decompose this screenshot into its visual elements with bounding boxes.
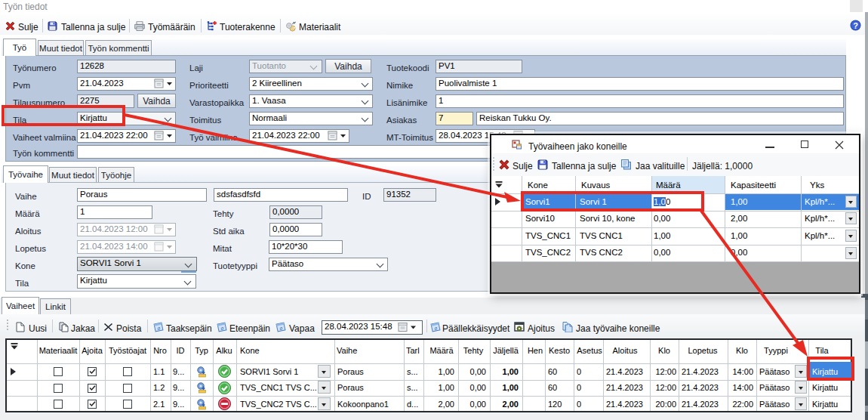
- svg-text:?: ?: [853, 21, 858, 30]
